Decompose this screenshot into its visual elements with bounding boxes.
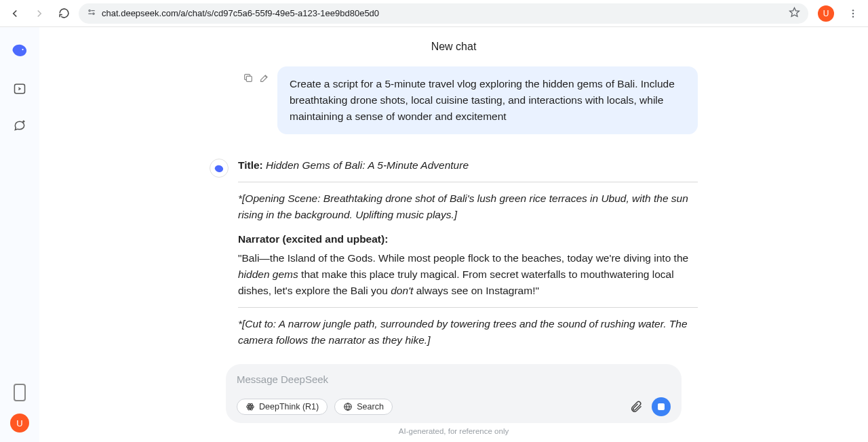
disclaimer-text: AI-generated, for reference only <box>226 427 682 435</box>
browser-toolbar: chat.deepseek.com/a/chat/s/cd97c5a6-55f9… <box>0 0 868 27</box>
browser-profile-badge[interactable]: U <box>818 5 834 22</box>
user-message-row: Create a script for a 5-minute travel vl… <box>210 66 698 134</box>
assistant-message-row: Title: Hidden Gems of Bali: A 5-Minute A… <box>210 157 698 357</box>
forward-button[interactable] <box>30 4 49 23</box>
scene-direction: *[Opening Scene: Breathtaking drone shot… <box>238 190 698 223</box>
sidebar: U <box>0 27 39 442</box>
title-value: Hidden Gems of Bali: A 5-Minute Adventur… <box>266 159 469 171</box>
svg-point-2 <box>852 9 854 11</box>
collapse-sidebar-icon[interactable] <box>12 81 27 96</box>
site-settings-icon[interactable] <box>87 7 96 19</box>
assistant-message-content: Title: Hidden Gems of Bali: A 5-Minute A… <box>238 157 698 357</box>
atom-icon <box>245 402 255 411</box>
back-button[interactable] <box>5 4 24 23</box>
stop-button[interactable] <box>652 397 671 416</box>
narrator-label: Narrator (excited and upbeat): <box>238 231 698 247</box>
svg-point-8 <box>250 406 251 407</box>
user-message-bubble: Create a script for a 5-minute travel vl… <box>277 66 698 134</box>
address-bar[interactable]: chat.deepseek.com/a/chat/s/cd97c5a6-55f9… <box>79 3 808 24</box>
browser-menu-button[interactable] <box>844 8 863 19</box>
copy-icon[interactable] <box>242 72 254 84</box>
divider <box>238 182 698 182</box>
bookmark-star-icon[interactable] <box>789 7 800 20</box>
new-chat-icon[interactable] <box>12 118 27 133</box>
svg-point-4 <box>852 16 854 17</box>
narrator-line: "Bali—the Island of the Gods. While most… <box>238 250 698 299</box>
mobile-app-icon[interactable] <box>14 384 26 401</box>
message-input-container: DeepThink (R1) Search <box>226 364 682 423</box>
stop-icon <box>658 403 665 410</box>
user-avatar[interactable]: U <box>10 414 29 433</box>
deepthink-toggle[interactable]: DeepThink (R1) <box>237 399 328 415</box>
globe-icon <box>343 402 353 411</box>
svg-point-3 <box>852 12 854 14</box>
divider <box>238 307 698 308</box>
search-toggle[interactable]: Search <box>334 399 393 415</box>
svg-point-5 <box>22 49 23 50</box>
paperclip-icon <box>629 400 643 414</box>
url-text: chat.deepseek.com/a/chat/s/cd97c5a6-55f9… <box>102 8 379 18</box>
svg-point-1 <box>93 13 94 14</box>
chat-title: New chat <box>39 27 868 66</box>
svg-point-0 <box>89 10 90 12</box>
reload-button[interactable] <box>54 4 73 23</box>
scene-direction: *[Cut to: A narrow jungle path, surround… <box>238 316 698 348</box>
search-label: Search <box>357 402 384 411</box>
attach-button[interactable] <box>627 398 645 416</box>
edit-icon[interactable] <box>258 72 271 84</box>
assistant-avatar-icon <box>210 159 229 178</box>
svg-rect-7 <box>246 76 252 81</box>
title-label: Title: <box>238 159 263 171</box>
deepthink-label: DeepThink (R1) <box>259 402 319 411</box>
app-logo-icon[interactable] <box>9 39 30 60</box>
message-input[interactable] <box>237 374 671 397</box>
